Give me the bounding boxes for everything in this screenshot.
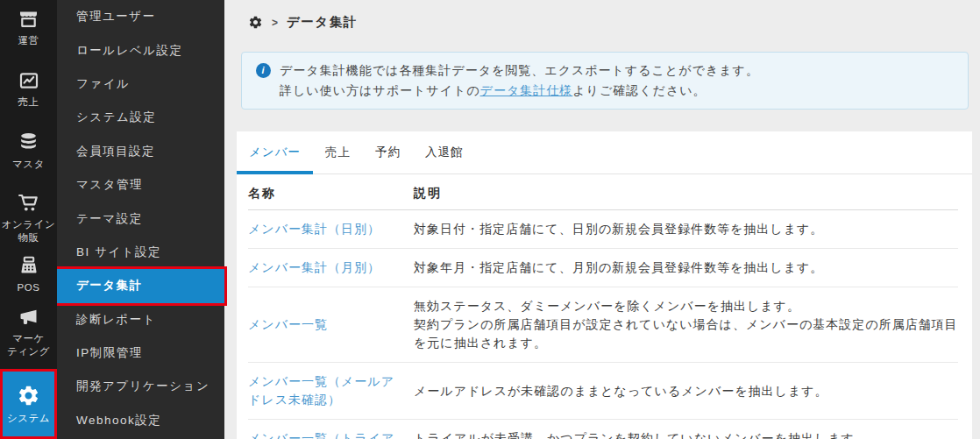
info-line-2-prefix: 詳しい使い方はサポートサイトの [280,83,480,97]
sidebar-item[interactable]: BI サイト設定 [57,236,224,269]
sidebar-item-label: Webhook設定 [76,413,161,428]
tab-bar: メンバー売上予約入退館 [237,131,972,174]
rail-item-sales-chart[interactable]: 売上 [0,70,57,109]
tab[interactable]: 売上 [313,131,363,174]
gear-icon [17,384,40,407]
rail-item-database[interactable]: マスタ [0,131,57,171]
table-row: メンバー集計（日別）対象日付・指定店舗にて、日別の新規会員登録件数等を抽出します… [248,210,958,249]
rail-item-label: オンライン 物販 [2,218,55,244]
content-card: メンバー売上予約入退館 名称 説明 メンバー集計（日別）対象日付・指定店舗にて、… [237,131,972,439]
column-header-name: 名称 [248,174,414,210]
sidebar-item[interactable]: 会員項目設定 [57,135,224,168]
rail-item-label: マスタ [12,158,45,171]
table-row: メンバー一覧（トライアトライアルが未受講、かつプランを契約していないメンバーを抽… [248,420,958,439]
info-banner: i データ集計機能では各種集計データを閲覧、エクスポートすることができます。 詳… [241,52,969,110]
sidebar-item-label: 開発アプリケーション [76,379,209,394]
sales-chart-icon [18,70,40,91]
sidebar-item-label: システム設定 [76,110,156,125]
sidebar-item-label: ファイル [76,76,130,92]
report-description: 対象年月・指定店舗にて、月別の新規会員登録件数等を抽出します。 [414,249,958,287]
rail-item-cart[interactable]: オンライン 物販 [0,193,57,244]
report-name-link[interactable]: メンバー一覧 [248,287,414,363]
cart-icon [17,193,40,214]
report-name-link[interactable]: メンバー集計（月別） [248,249,414,287]
rail-item-storefront[interactable]: 運営 [0,9,57,47]
info-line-1: データ集計機能では各種集計データを閲覧、エクスポートすることができます。 [280,60,759,81]
sidebar-item[interactable]: テーマ設定 [57,202,224,235]
breadcrumb: > データ集計 [248,14,358,31]
sidebar-item-label: ロールレベル設定 [76,43,183,59]
info-circle-icon: i [256,63,271,78]
rail-item-label: POS [18,281,40,294]
system-menu-sidebar: 管理ユーザーロールレベル設定ファイルシステム設定会員項目設定マスタ管理テーマ設定… [57,0,224,439]
sidebar-item-label: マスタ管理 [76,177,143,193]
page-title: データ集計 [287,14,358,31]
table-header-row: 名称 説明 [248,174,958,210]
megaphone-icon [17,307,40,328]
report-description: 無効ステータス、ダミーメンバーを除くメンバーを抽出します。 契約プランの所属店舗… [414,287,958,363]
column-header-description: 説明 [414,174,958,210]
sidebar-item-label: データ集計 [76,278,143,294]
report-name-link[interactable]: メンバー一覧（トライア [248,420,414,439]
breadcrumb-separator-icon: > [272,17,278,29]
tab[interactable]: メンバー [237,131,313,174]
info-line-2: 詳しい使い方はサポートサイトのデータ集計仕様よりご確認ください。 [280,81,759,101]
sidebar-item[interactable]: Webhook設定 [57,404,224,437]
sidebar-item[interactable]: システム設定 [57,101,224,134]
icon-rail: 運営売上マスタオンライン 物販POSマーケ ティングシステム [0,0,57,439]
sidebar-item-label: BI サイト設定 [76,244,161,260]
sidebar-item-label: 診断レポート [76,312,156,328]
table-body: メンバー集計（日別）対象日付・指定店舗にて、日別の新規会員登録件数等を抽出します… [248,210,958,439]
rail-item-label: 運営 [18,34,39,47]
gear-icon[interactable] [248,15,263,30]
rail-item-pos-register[interactable]: POS [0,255,57,294]
info-line-2-suffix: よりご確認ください。 [572,83,706,97]
table-row: メンバー一覧無効ステータス、ダミーメンバーを除くメンバーを抽出します。 契約プラ… [248,287,958,363]
sidebar-item[interactable]: 診断レポート [57,303,224,336]
sidebar-item-label: 管理ユーザー [76,9,156,25]
report-name-link[interactable]: メンバー一覧（メールアドレス未確認） [248,363,414,420]
sidebar-item[interactable]: データ集計 [57,269,224,302]
data-aggregation-spec-link[interactable]: データ集計仕様 [480,83,573,97]
sidebar-item-label: テーマ設定 [76,211,143,227]
sidebar-item[interactable]: ロールレベル設定 [57,33,224,67]
info-banner-text: データ集計機能では各種集計データを閲覧、エクスポートすることができます。 詳しい… [280,60,759,101]
sidebar-item[interactable]: マスタ管理 [57,168,224,202]
report-description: 対象日付・指定店舗にて、日別の新規会員登録件数等を抽出します。 [414,210,958,249]
database-icon [18,131,39,153]
rail-item-label: システム [7,412,50,425]
report-table: 名称 説明 メンバー集計（日別）対象日付・指定店舗にて、日別の新規会員登録件数等… [248,174,958,439]
report-description: メールアドレスが未確認のままとなっているメンバーを抽出します。 [414,363,958,420]
sidebar-item[interactable]: ファイル [57,67,224,101]
storefront-icon [17,9,40,30]
report-description: トライアルが未受講、かつプランを契約していないメンバーを抽出します。 [414,420,958,439]
sidebar-item-label: 会員項目設定 [76,144,155,159]
pos-register-icon [18,255,40,277]
main-content: > データ集計 i データ集計機能では各種集計データを閲覧、エクスポートすること… [224,0,980,439]
rail-item-label: 売上 [18,96,39,109]
sidebar-item[interactable]: 開発アプリケーション [57,370,224,403]
sidebar-item[interactable]: IP制限管理 [57,336,224,370]
tab[interactable]: 予約 [363,131,413,174]
rail-item-gear[interactable]: システム [0,369,57,439]
sidebar-item[interactable]: 管理ユーザー [57,0,224,33]
sidebar-item-label: IP制限管理 [76,345,143,361]
table-row: メンバー集計（月別）対象年月・指定店舗にて、月別の新規会員登録件数等を抽出します… [248,249,958,287]
tab[interactable]: 入退館 [413,131,476,174]
table-row: メンバー一覧（メールアドレス未確認）メールアドレスが未確認のままとなっているメン… [248,363,958,420]
rail-item-megaphone[interactable]: マーケ ティング [0,307,57,358]
report-name-link[interactable]: メンバー集計（日別） [248,210,414,249]
rail-item-label: マーケ ティング [7,332,50,358]
